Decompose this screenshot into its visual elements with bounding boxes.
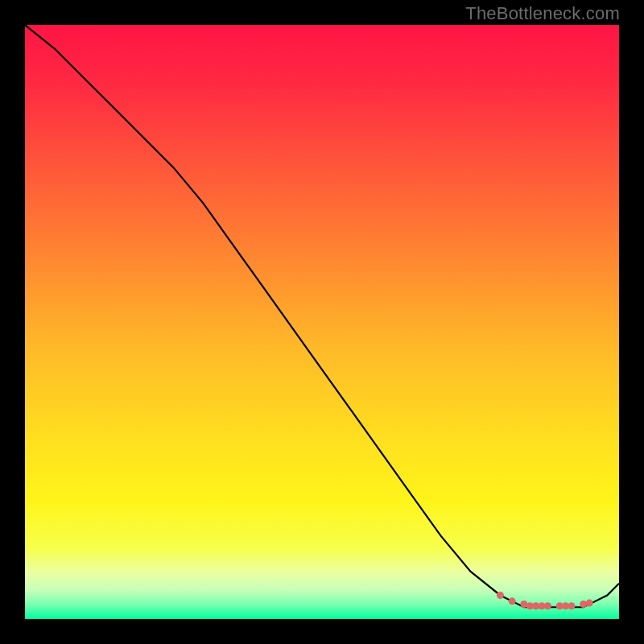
data-marker bbox=[509, 597, 516, 605]
data-marker bbox=[497, 592, 504, 599]
chart-svg bbox=[25, 25, 619, 619]
watermark-text: TheBottleneck.com bbox=[465, 3, 620, 24]
data-marker bbox=[568, 602, 575, 609]
data-marker bbox=[586, 600, 593, 607]
gradient-background bbox=[25, 25, 619, 619]
data-marker bbox=[544, 602, 551, 609]
chart-frame: TheBottleneck.com bbox=[0, 0, 644, 644]
plot-area bbox=[25, 25, 619, 619]
